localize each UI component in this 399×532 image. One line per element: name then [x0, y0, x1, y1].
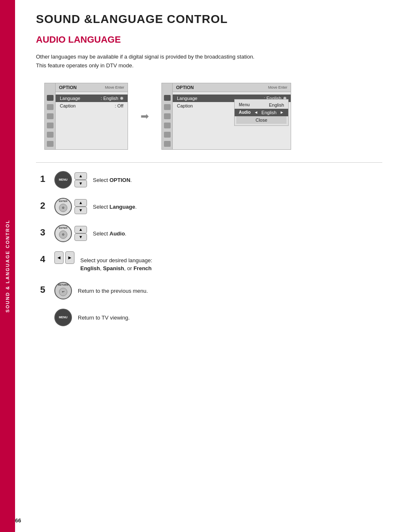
right-arrow-icon: ►: [280, 110, 284, 115]
step-5-icons: RETURN ↩: [54, 282, 72, 299]
left-menu-mockup: OPTION Move Enter Language : English Cap…: [44, 83, 128, 150]
up-down-arrows-icon: ▲ ▼: [74, 172, 87, 187]
submenu-audio-value: English: [261, 110, 276, 115]
return-inner-circle: ↩: [59, 288, 67, 296]
step-2-text: Select Language.: [93, 203, 137, 211]
side-icon-4: [47, 123, 54, 128]
steps-section: 1 MENU ▲ ▼ Select OPTION. 2 ENTER ⊙: [36, 171, 382, 326]
step-6-row: 6 MENU Return to TV viewing.: [40, 309, 382, 326]
left-menu-content: OPTION Move Enter Language : English Cap…: [56, 83, 128, 112]
diagrams-row: OPTION Move Enter Language : English Cap…: [44, 83, 382, 150]
left-arrow-btn: ◄: [54, 251, 64, 264]
up-arrow-btn: ▲: [74, 172, 87, 180]
enter-button-icon: ENTER ⊙: [54, 198, 72, 215]
sidebar: SOUND & LANGUAGE CONTROL: [0, 0, 15, 532]
menu-button-icon: MENU: [54, 171, 72, 189]
section-title: AUDIO LANGUAGE: [36, 34, 382, 45]
side-icon-2: [47, 104, 54, 110]
step-6-text: Return to TV viewing.: [78, 314, 130, 322]
step-2-number: 2: [40, 201, 49, 210]
page-number: 66: [15, 517, 21, 524]
submenu-popup: Menu English Audio ◄ English ► Close: [234, 99, 289, 126]
step-4-text: Select your desired language:English, Sp…: [80, 256, 152, 273]
step-3-icons: ENTER ⊙ ▲ ▼: [54, 225, 87, 242]
side-icon-6: [47, 141, 54, 147]
left-menu-hint: Move Enter: [105, 85, 124, 90]
submenu-menu-row: Menu English: [235, 101, 288, 109]
left-menu-body: Language : English Caption : Off: [56, 92, 128, 112]
enter-3-inner-circle: ⊙: [59, 230, 67, 239]
right-menu-header: OPTION Move Enter: [173, 83, 291, 92]
step-4-icons: ◄ ►: [54, 251, 74, 264]
divider: [36, 162, 382, 163]
left-menu-header: OPTION Move Enter: [56, 83, 128, 92]
step-6-icons: MENU: [54, 309, 72, 326]
description: Other languages may be available if a di…: [36, 53, 382, 70]
submenu-close-label: Close: [256, 118, 267, 123]
arrow-icon: ➡: [141, 110, 149, 122]
step-1-number: 1: [40, 174, 49, 184]
enter-button-3-icon: ENTER ⊙: [54, 225, 72, 242]
left-language-label: Language: [60, 96, 101, 101]
step-2-row: 2 ENTER ⊙ ▲ ▼ Select Language.: [40, 198, 382, 215]
left-language-value: : English: [101, 96, 118, 101]
side-icon-1: [47, 95, 54, 101]
step-5-text: Return to the previous menu.: [78, 287, 148, 295]
down-arrow-btn: ▼: [74, 180, 87, 187]
right-side-icon-4: [164, 123, 171, 128]
submenu-audio-row: Audio ◄ English ►: [235, 109, 288, 116]
side-icon-5: [47, 132, 54, 138]
right-side-icon-2: [164, 104, 171, 110]
step-5-number: 5: [40, 285, 49, 294]
up-down-arrows-2-icon: ▲ ▼: [74, 199, 87, 214]
right-menu-hint: Move Enter: [268, 85, 287, 90]
description-line2: This feature operates only in DTV mode.: [36, 61, 382, 70]
right-menu-mockup: OPTION Move Enter Language : English Cap…: [161, 83, 291, 150]
down-arrow-btn-2: ▼: [74, 207, 87, 214]
up-arrow-btn-3: ▲: [74, 226, 87, 233]
step-3-text: Select Audio.: [93, 230, 126, 238]
right-side-icon-6: [164, 141, 171, 147]
up-arrow-btn-2: ▲: [74, 199, 87, 207]
right-side-icon-1: [164, 95, 171, 101]
submenu-menu-label: Menu: [239, 102, 250, 107]
main-content: SOUND &LANGUAGE CONTROL AUDIO LANGUAGE O…: [15, 0, 399, 348]
step-4-row: 4 ◄ ► Select your desired language:Engli…: [40, 251, 382, 273]
menu-sidebar-icons-right: [162, 83, 173, 149]
submenu-menu-value: English: [269, 102, 284, 107]
step-1-icons: MENU ▲ ▼: [54, 171, 87, 189]
down-arrow-btn-3: ▼: [74, 233, 87, 241]
radio-dot: [120, 97, 123, 100]
menu-button-2-icon: MENU: [54, 309, 72, 326]
left-menu-title: OPTION: [59, 85, 77, 90]
sidebar-label: SOUND & LANGUAGE CONTROL: [5, 220, 10, 312]
submenu-close-row[interactable]: Close: [236, 116, 286, 124]
left-row-language: Language : English: [56, 95, 128, 102]
step-1-text: Select OPTION.: [93, 176, 132, 184]
step-2-icons: ENTER ⊙ ▲ ▼: [54, 198, 87, 215]
step-5-row: 5 RETURN ↩ Return to the previous menu.: [40, 282, 382, 299]
step-3-row: 3 ENTER ⊙ ▲ ▼ Select Audio.: [40, 225, 382, 242]
step-3-number: 3: [40, 228, 49, 237]
step-4-number: 4: [40, 255, 49, 264]
up-down-arrows-3-icon: ▲ ▼: [74, 226, 87, 241]
left-row-caption: Caption : Off: [56, 102, 128, 110]
return-button-icon: RETURN ↩: [54, 282, 72, 299]
right-menu-title: OPTION: [176, 85, 194, 90]
side-icon-3: [47, 113, 54, 119]
step-1-row: 1 MENU ▲ ▼ Select OPTION.: [40, 171, 382, 189]
lr-arrows-icon: ◄ ►: [54, 251, 74, 264]
left-caption-value: : Off: [115, 103, 123, 108]
page-title: SOUND &LANGUAGE CONTROL: [36, 13, 382, 26]
right-side-icon-3: [164, 113, 171, 119]
description-line1: Other languages may be available if a di…: [36, 53, 382, 61]
menu-sidebar-icons-left: [45, 83, 56, 149]
left-arrow-icon: ◄: [254, 110, 258, 115]
submenu-audio-label: Audio: [239, 110, 251, 115]
right-arrow-btn: ►: [65, 251, 74, 264]
right-side-icon-5: [164, 132, 171, 138]
enter-inner-circle: ⊙: [59, 204, 67, 212]
left-caption-label: Caption: [60, 103, 115, 108]
